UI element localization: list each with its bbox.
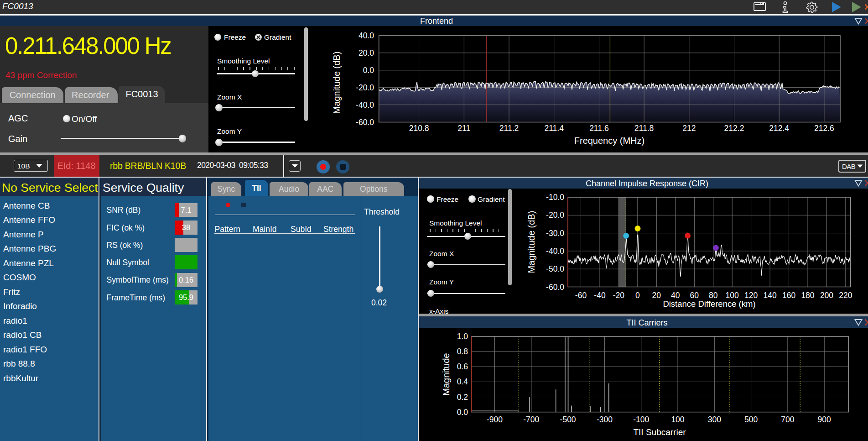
svg-text:212.6: 212.6 <box>814 124 834 133</box>
svg-text:40.0: 40.0 <box>359 31 374 40</box>
svg-text:-20.0: -20.0 <box>546 210 564 220</box>
svg-text:100: 100 <box>726 291 739 300</box>
svg-text:210.8: 210.8 <box>409 124 429 133</box>
svg-text:-10.0: -10.0 <box>546 193 564 202</box>
svg-text:-40.0: -40.0 <box>546 247 564 256</box>
svg-text:0.8: 0.8 <box>457 347 468 356</box>
svg-text:211.4: 211.4 <box>544 124 564 133</box>
svg-text:-20.0: -20.0 <box>356 83 374 92</box>
svg-text:0.0: 0.0 <box>363 66 374 75</box>
svg-text:40: 40 <box>671 291 680 300</box>
svg-text:500: 500 <box>744 415 758 424</box>
svg-text:TII Subcarrier: TII Subcarrier <box>633 427 686 437</box>
svg-text:-500: -500 <box>560 415 576 424</box>
svg-text:-100: -100 <box>633 415 649 424</box>
svg-text:140: 140 <box>763 291 776 300</box>
svg-text:-60.0: -60.0 <box>356 118 374 127</box>
svg-text:212: 212 <box>682 124 696 133</box>
svg-text:900: 900 <box>818 415 831 424</box>
svg-text:212.4: 212.4 <box>769 124 789 133</box>
svg-text:Frequency (MHz): Frequency (MHz) <box>574 136 645 146</box>
svg-text:Magnitude: Magnitude <box>441 353 451 395</box>
svg-text:-30.0: -30.0 <box>546 229 564 238</box>
svg-text:-300: -300 <box>597 415 613 424</box>
svg-text:700: 700 <box>781 415 794 424</box>
svg-text:Magnitude (dB): Magnitude (dB) <box>526 211 536 273</box>
svg-text:80: 80 <box>709 291 718 300</box>
svg-text:-700: -700 <box>523 415 539 424</box>
svg-text:1.0: 1.0 <box>457 332 468 341</box>
svg-text:-20: -20 <box>613 291 625 300</box>
svg-text:-60.0: -60.0 <box>546 283 564 292</box>
svg-text:20: 20 <box>652 291 661 300</box>
svg-text:211: 211 <box>457 124 470 133</box>
svg-text:211.6: 211.6 <box>589 124 609 133</box>
svg-text:212.2: 212.2 <box>724 124 744 133</box>
svg-text:211.2: 211.2 <box>499 124 519 133</box>
svg-text:160: 160 <box>782 291 795 300</box>
svg-text:100: 100 <box>671 415 684 424</box>
svg-text:Magnitude (dB): Magnitude (dB) <box>332 52 342 114</box>
svg-text:20.0: 20.0 <box>359 48 374 58</box>
svg-text:60: 60 <box>690 291 699 300</box>
svg-text:-50.0: -50.0 <box>546 264 564 273</box>
svg-text:Distance Difference (km): Distance Difference (km) <box>663 299 755 309</box>
svg-text:0.2: 0.2 <box>457 393 468 402</box>
svg-text:211.8: 211.8 <box>634 124 654 133</box>
svg-text:220: 220 <box>839 291 852 300</box>
svg-text:-40: -40 <box>594 291 606 300</box>
svg-text:-900: -900 <box>487 415 503 424</box>
svg-text:200: 200 <box>820 291 833 300</box>
svg-text:0.0: 0.0 <box>457 408 468 417</box>
svg-text:0.4: 0.4 <box>457 377 468 386</box>
svg-text:0.6: 0.6 <box>457 362 468 371</box>
svg-text:120: 120 <box>744 291 758 300</box>
svg-text:0: 0 <box>635 291 640 300</box>
svg-text:-60: -60 <box>575 291 587 300</box>
svg-text:-40.0: -40.0 <box>356 100 374 110</box>
svg-text:180: 180 <box>801 291 814 300</box>
svg-text:300: 300 <box>708 415 721 424</box>
